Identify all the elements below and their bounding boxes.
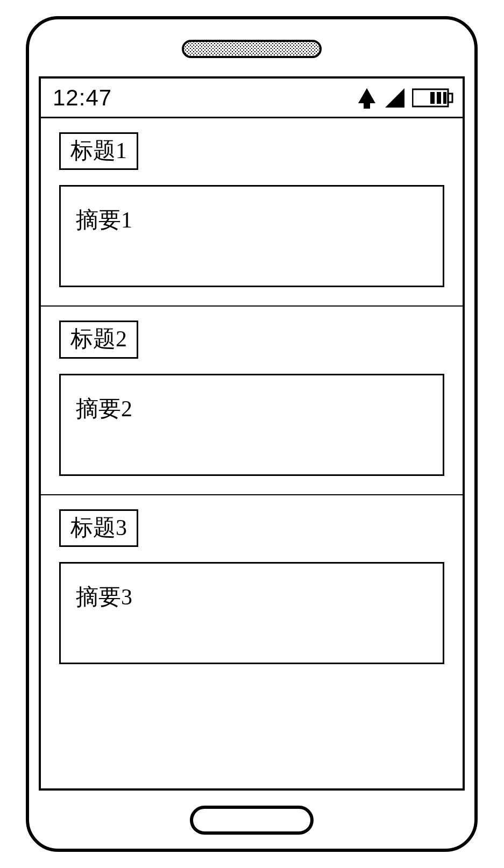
item-summary: 摘要3: [59, 562, 444, 664]
item-summary: 摘要1: [59, 185, 444, 287]
svg-rect-6: [443, 92, 446, 104]
home-button[interactable]: [190, 806, 314, 835]
list-item[interactable]: 标题3 摘要3: [41, 495, 463, 682]
list[interactable]: 标题1 摘要1 标题2 摘要2 标题3 摘要3: [41, 118, 463, 788]
svg-marker-0: [358, 88, 375, 109]
status-icons: [356, 87, 454, 109]
item-title: 标题3: [59, 509, 138, 547]
svg-marker-1: [385, 88, 404, 108]
list-item[interactable]: 标题2 摘要2: [41, 307, 463, 495]
item-title: 标题2: [59, 321, 138, 358]
item-summary: 摘要2: [59, 374, 444, 476]
signal-strength-icon: [384, 87, 406, 109]
svg-rect-5: [437, 92, 441, 104]
phone-body: 12:47: [26, 16, 478, 852]
cell-antenna-icon: [356, 87, 378, 109]
list-item[interactable]: 标题1 摘要1: [41, 118, 463, 307]
svg-rect-3: [448, 94, 452, 102]
battery-icon: [412, 87, 454, 109]
status-bar: 12:47: [41, 79, 463, 118]
status-time: 12:47: [53, 85, 112, 111]
screen: 12:47: [39, 76, 465, 791]
item-title: 标题1: [59, 132, 138, 170]
speaker-grille: [182, 40, 322, 58]
svg-rect-4: [430, 92, 435, 104]
